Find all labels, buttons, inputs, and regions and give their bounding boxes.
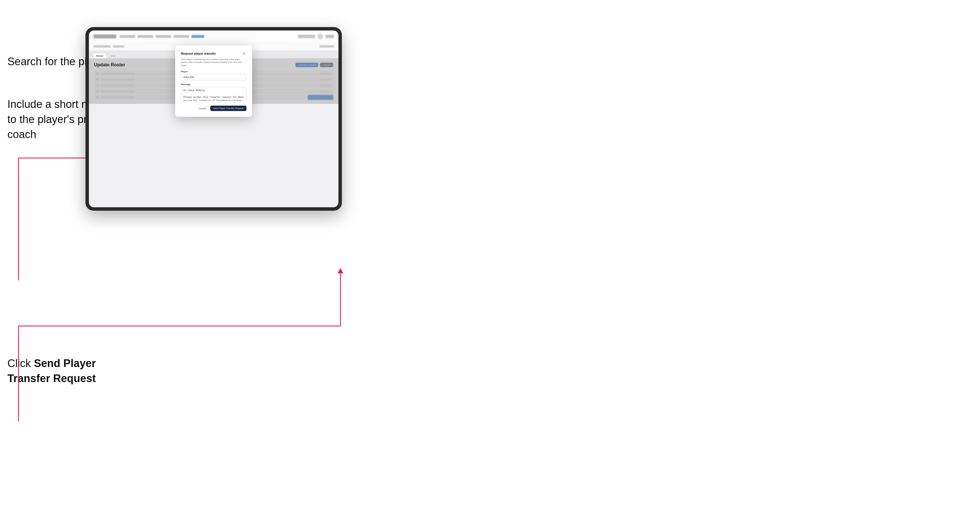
nav-item-matches	[156, 35, 171, 38]
modal-description: If the player is transferring from anoth…	[181, 58, 247, 67]
message-field-label: Message	[181, 83, 247, 86]
nav-item-more	[191, 35, 204, 38]
tablet-screen: Roster Stats Update Roster + Add Player …	[89, 30, 339, 207]
contact-item	[320, 45, 334, 48]
transfer-modal: Request player transfer ✕ If the player …	[175, 46, 252, 117]
player-field-label: Player	[181, 70, 247, 73]
send-transfer-request-button[interactable]: Send Player Transfer Request	[210, 106, 247, 111]
tab-roster[interactable]: Roster	[94, 54, 106, 59]
modal-title: Request player transfer	[181, 52, 216, 55]
tab-stats[interactable]: Stats	[107, 54, 118, 59]
annotation-click-prefix: Click	[7, 357, 34, 369]
breadcrumb-2	[113, 45, 124, 48]
breadcrumb-1	[94, 45, 111, 48]
cancel-button[interactable]: Cancel	[197, 106, 208, 111]
header-btn-1	[298, 35, 315, 38]
user-avatar	[317, 33, 323, 39]
nav-item-billing	[173, 35, 189, 38]
modal-overlay: Request player transfer ✕ If the player …	[89, 59, 339, 104]
header-btn-2	[325, 35, 334, 38]
modal-header: Request player transfer ✕	[181, 51, 247, 56]
main-content: Update Roster + Add Player to Roster + T…	[89, 59, 339, 104]
nav-items	[120, 35, 294, 38]
tablet-device: Roster Stats Update Roster + Add Player …	[86, 27, 342, 211]
app-logo	[94, 35, 116, 38]
header-right	[298, 33, 334, 39]
message-textarea[interactable]: Hi Coach McHarg, Please accept this tran…	[181, 87, 247, 101]
nav-item-teams	[138, 35, 153, 38]
close-icon[interactable]: ✕	[242, 51, 247, 56]
player-input[interactable]	[181, 74, 247, 80]
app-header	[89, 30, 339, 43]
modal-footer: Cancel Send Player Transfer Request	[181, 106, 247, 111]
nav-item-tournaments	[120, 35, 135, 38]
svg-marker-6	[337, 268, 343, 273]
annotation-click: Click Send PlayerTransfer Request	[7, 356, 127, 386]
